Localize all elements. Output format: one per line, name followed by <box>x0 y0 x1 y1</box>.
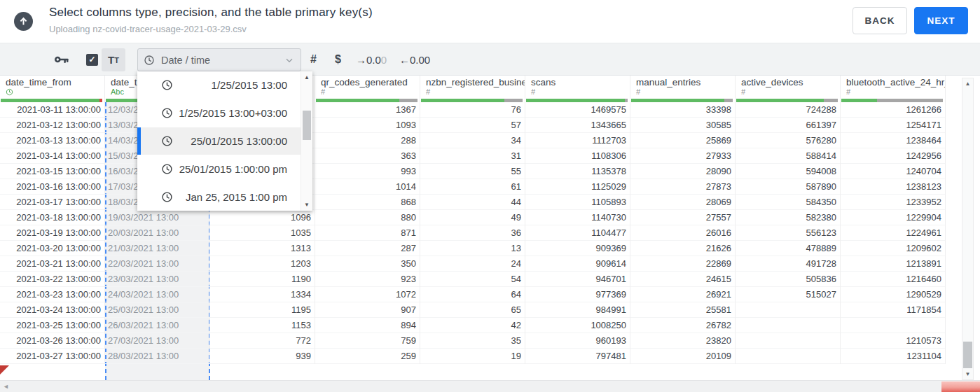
horizontal-scroll-thumb[interactable] <box>941 382 980 392</box>
table-cell[interactable]: 2021-03-24 13:00:00 <box>0 302 105 318</box>
table-cell[interactable]: 1469575 <box>525 102 630 118</box>
table-cell[interactable]: 2021-03-19 13:00:00 <box>0 225 105 241</box>
table-cell[interactable]: 20109 <box>630 349 736 364</box>
table-cell[interactable]: 923 <box>315 272 420 287</box>
column-header[interactable]: active_devices# <box>736 76 841 102</box>
table-cell[interactable]: 2021-03-16 13:00:00 <box>0 179 105 195</box>
table-cell[interactable]: 515027 <box>736 287 841 302</box>
dropdown-scroll-down-icon[interactable]: ▼ <box>301 202 312 208</box>
dropdown-option[interactable]: 1/25/2015 13:00+03:00 <box>137 99 312 127</box>
table-cell[interactable]: 960193 <box>525 333 630 349</box>
table-cell[interactable]: 759 <box>315 333 420 349</box>
table-cell[interactable]: 977369 <box>525 287 630 302</box>
table-cell[interactable]: 57 <box>420 118 525 133</box>
table-cell[interactable]: 2021-03-15 13:00:00 <box>0 164 105 179</box>
table-cell[interactable]: 1209602 <box>841 241 946 256</box>
table-cell[interactable]: 26/03/2021 13:00 <box>105 318 210 333</box>
table-cell[interactable]: 2021-03-18 13:00:00 <box>0 210 105 225</box>
table-cell[interactable]: 661397 <box>736 118 841 133</box>
table-cell[interactable]: 772 <box>210 333 315 349</box>
table-cell[interactable]: 27/03/2021 13:00 <box>105 333 210 349</box>
table-cell[interactable]: 2021-03-14 13:00:00 <box>0 148 105 164</box>
table-cell[interactable]: 907 <box>315 302 420 318</box>
table-cell[interactable]: 27557 <box>630 210 736 225</box>
vertical-scroll-thumb[interactable] <box>963 342 972 368</box>
table-cell[interactable]: 20/03/2021 13:00 <box>105 225 210 241</box>
table-cell[interactable]: 1140730 <box>525 210 630 225</box>
table-cell[interactable]: 2021-03-22 13:00:00 <box>0 272 105 287</box>
table-cell[interactable]: 350 <box>315 256 420 272</box>
dropdown-option[interactable]: 25/01/2015 1:00:00 pm <box>137 155 312 183</box>
table-cell[interactable] <box>736 333 841 349</box>
horizontal-scrollbar[interactable]: ◄ ► <box>0 380 980 392</box>
table-cell[interactable]: 27933 <box>630 148 736 164</box>
table-cell[interactable]: 2021-03-21 13:00:00 <box>0 256 105 272</box>
table-cell[interactable]: 36 <box>420 225 525 241</box>
table-cell[interactable]: 23/03/2021 13:00 <box>105 272 210 287</box>
table-cell[interactable]: 594008 <box>736 164 841 179</box>
dropdown-option[interactable]: 1/25/2015 13:00 <box>137 71 312 99</box>
table-cell[interactable]: 946701 <box>525 272 630 287</box>
table-cell[interactable] <box>736 349 841 364</box>
table-cell[interactable]: 491728 <box>736 256 841 272</box>
table-cell[interactable]: 909614 <box>525 256 630 272</box>
table-cell[interactable]: 1008250 <box>525 318 630 333</box>
table-cell[interactable]: 1216460 <box>841 272 946 287</box>
table-cell[interactable]: 984991 <box>525 302 630 318</box>
table-cell[interactable]: 25869 <box>630 133 736 148</box>
table-cell[interactable]: 24615 <box>630 272 736 287</box>
table-cell[interactable]: 49 <box>420 210 525 225</box>
table-cell[interactable]: 2021-03-20 13:00:00 <box>0 241 105 256</box>
table-cell[interactable]: 1313 <box>210 241 315 256</box>
vertical-scrollbar[interactable]: ▲ ▼ <box>962 78 974 380</box>
table-cell[interactable]: 287 <box>315 241 420 256</box>
table-cell[interactable]: 894 <box>315 318 420 333</box>
table-cell[interactable]: 587890 <box>736 179 841 195</box>
table-cell[interactable]: 21/03/2021 13:00 <box>105 241 210 256</box>
table-cell[interactable]: 724288 <box>736 102 841 118</box>
table-cell[interactable]: 1125029 <box>525 179 630 195</box>
table-cell[interactable]: 1112703 <box>525 133 630 148</box>
table-cell[interactable]: 28/03/2021 13:00 <box>105 349 210 364</box>
table-cell[interactable]: 22869 <box>630 256 736 272</box>
table-cell[interactable]: 26782 <box>630 318 736 333</box>
table-cell[interactable]: 797481 <box>525 349 630 364</box>
table-cell[interactable]: 1195 <box>210 302 315 318</box>
table-cell[interactable]: 65 <box>420 302 525 318</box>
table-cell[interactable]: 33398 <box>630 102 736 118</box>
table-cell[interactable]: 909369 <box>525 241 630 256</box>
table-cell[interactable]: 1135378 <box>525 164 630 179</box>
table-cell[interactable]: 2021-03-11 13:00:00 <box>0 102 105 118</box>
table-cell[interactable] <box>841 318 946 333</box>
table-cell[interactable]: 1014 <box>315 179 420 195</box>
column-header[interactable]: nzbn_registered_busine# <box>420 76 525 102</box>
table-cell[interactable]: 1290529 <box>841 287 946 302</box>
table-cell[interactable]: 584350 <box>736 195 841 210</box>
table-cell[interactable]: 556123 <box>736 225 841 241</box>
table-cell[interactable]: 1242956 <box>841 148 946 164</box>
decrease-decimal-button[interactable]: →0.00 <box>356 43 387 76</box>
table-cell[interactable] <box>736 318 841 333</box>
column-header[interactable]: bluetooth_active_24_hr_# <box>841 76 946 102</box>
table-cell[interactable]: 1238123 <box>841 179 946 195</box>
table-cell[interactable]: 25581 <box>630 302 736 318</box>
table-cell[interactable]: 1171854 <box>841 302 946 318</box>
table-cell[interactable]: 2021-03-17 13:00:00 <box>0 195 105 210</box>
table-cell[interactable]: 28090 <box>630 164 736 179</box>
table-cell[interactable]: 1240704 <box>841 164 946 179</box>
table-cell[interactable]: 1229904 <box>841 210 946 225</box>
table-cell[interactable]: 880 <box>315 210 420 225</box>
table-cell[interactable]: 1334 <box>210 287 315 302</box>
table-cell[interactable]: 1105893 <box>525 195 630 210</box>
table-cell[interactable]: 27873 <box>630 179 736 195</box>
column-header[interactable]: date_time_from <box>0 76 105 102</box>
table-cell[interactable]: 1190 <box>210 272 315 287</box>
dropdown-option[interactable]: Jan 25, 2015 1:00 pm <box>137 183 312 211</box>
table-cell[interactable]: 478889 <box>736 241 841 256</box>
table-cell[interactable]: 2021-03-25 13:00:00 <box>0 318 105 333</box>
table-cell[interactable]: 54 <box>420 272 525 287</box>
table-cell[interactable]: 26921 <box>630 287 736 302</box>
table-cell[interactable]: 35 <box>420 333 525 349</box>
table-cell[interactable]: 19/03/2021 13:00 <box>105 210 210 225</box>
table-cell[interactable]: 26016 <box>630 225 736 241</box>
